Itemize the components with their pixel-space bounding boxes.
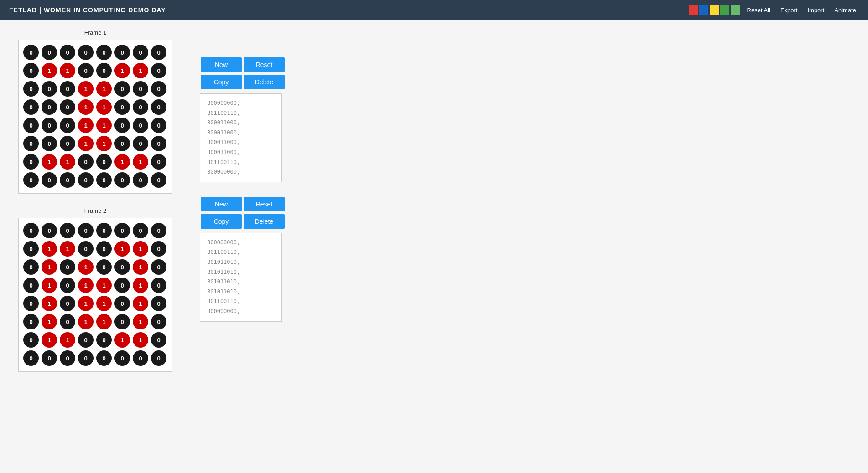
dot-r3-c7-f1[interactable]: 0 [151,99,166,115]
dot-r7-c0-f2[interactable]: 0 [23,350,39,366]
dot-r2-c2-f1[interactable]: 0 [60,81,75,97]
dot-r4-c2-f1[interactable]: 0 [60,118,75,133]
dot-r6-c5-f2[interactable]: 1 [114,332,130,348]
animate-button[interactable]: Animate [832,6,859,15]
dot-r1-c7-f1[interactable]: 0 [151,63,166,78]
dot-r7-c3-f2[interactable]: 0 [78,350,94,366]
dot-r3-c0-f2[interactable]: 0 [23,278,39,293]
dot-r2-c4-f2[interactable]: 0 [96,259,112,275]
new-button-f1[interactable]: New [201,57,242,72]
dot-r0-c0-f1[interactable]: 0 [23,45,39,60]
dot-r4-c1-f2[interactable]: 1 [42,296,57,311]
dot-r0-c4-f1[interactable]: 0 [96,45,112,60]
delete-button-f1[interactable]: Delete [244,75,285,89]
dot-r6-c2-f1[interactable]: 1 [60,154,75,170]
dot-r7-c7-f2[interactable]: 0 [151,350,166,366]
dot-r2-c7-f2[interactable]: 0 [151,259,166,275]
dot-r6-c3-f2[interactable]: 0 [78,332,94,348]
dot-r7-c2-f1[interactable]: 0 [60,172,75,188]
dot-r0-c7-f1[interactable]: 0 [151,45,166,60]
dot-r4-c5-f1[interactable]: 0 [114,118,130,133]
dot-r7-c0-f1[interactable]: 0 [23,172,39,188]
dot-r2-c2-f2[interactable]: 0 [60,259,75,275]
dot-r4-c7-f1[interactable]: 0 [151,118,166,133]
dot-r3-c1-f2[interactable]: 1 [42,278,57,293]
dot-r2-c3-f2[interactable]: 1 [78,259,94,275]
dot-r0-c0-f2[interactable]: 0 [23,223,39,238]
dot-r4-c3-f1[interactable]: 1 [78,118,94,133]
reset-button-f1[interactable]: Reset [244,57,285,72]
dot-r6-c1-f1[interactable]: 1 [42,154,57,170]
dot-r3-c5-f2[interactable]: 0 [114,278,130,293]
dot-r1-c1-f1[interactable]: 1 [42,63,57,78]
dot-r7-c6-f1[interactable]: 0 [133,172,148,188]
dot-r1-c5-f1[interactable]: 1 [114,63,130,78]
dot-r4-c3-f2[interactable]: 1 [78,296,94,311]
dot-r3-c6-f1[interactable]: 0 [133,99,148,115]
copy-button-f2[interactable]: Copy [201,214,242,229]
color-indicator-3[interactable] [720,5,729,15]
new-button-f2[interactable]: New [201,197,242,211]
dot-r2-c6-f1[interactable]: 0 [133,81,148,97]
dot-r3-c6-f2[interactable]: 1 [133,278,148,293]
dot-r2-c4-f1[interactable]: 1 [96,81,112,97]
dot-r3-c2-f1[interactable]: 0 [60,99,75,115]
dot-r1-c7-f2[interactable]: 0 [151,241,166,257]
dot-r0-c1-f1[interactable]: 0 [42,45,57,60]
dot-r6-c2-f2[interactable]: 1 [60,332,75,348]
dot-r7-c3-f1[interactable]: 0 [78,172,94,188]
dot-r3-c3-f2[interactable]: 1 [78,278,94,293]
export-button[interactable]: Export [778,6,800,15]
color-indicator-2[interactable] [710,5,719,15]
dot-r3-c4-f2[interactable]: 1 [96,278,112,293]
dot-r1-c3-f2[interactable]: 0 [78,241,94,257]
dot-r3-c4-f1[interactable]: 1 [96,99,112,115]
dot-r1-c6-f2[interactable]: 1 [133,241,148,257]
dot-r6-c6-f2[interactable]: 1 [133,332,148,348]
dot-r6-c4-f2[interactable]: 0 [96,332,112,348]
dot-r0-c3-f1[interactable]: 0 [78,45,94,60]
dot-r6-c6-f1[interactable]: 1 [133,154,148,170]
dot-r0-c6-f2[interactable]: 0 [133,223,148,238]
dot-r7-c5-f1[interactable]: 0 [114,172,130,188]
color-indicator-0[interactable] [689,5,698,15]
dot-r5-c3-f1[interactable]: 1 [78,136,94,151]
dot-r7-c4-f2[interactable]: 0 [96,350,112,366]
dot-r6-c7-f1[interactable]: 0 [151,154,166,170]
dot-r1-c4-f2[interactable]: 0 [96,241,112,257]
dot-r6-c7-f2[interactable]: 0 [151,332,166,348]
dot-r2-c6-f2[interactable]: 1 [133,259,148,275]
dot-r2-c5-f2[interactable]: 0 [114,259,130,275]
color-indicator-4[interactable] [731,5,740,15]
dot-r3-c2-f2[interactable]: 0 [60,278,75,293]
color-indicator-1[interactable] [699,5,708,15]
dot-r4-c5-f2[interactable]: 0 [114,296,130,311]
dot-r2-c0-f2[interactable]: 0 [23,259,39,275]
dot-r4-c0-f1[interactable]: 0 [23,118,39,133]
dot-r0-c5-f2[interactable]: 0 [114,223,130,238]
dot-r4-c0-f2[interactable]: 0 [23,296,39,311]
dot-r0-c1-f2[interactable]: 0 [42,223,57,238]
dot-r5-c7-f1[interactable]: 0 [151,136,166,151]
dot-r1-c6-f1[interactable]: 1 [133,63,148,78]
dot-r3-c7-f2[interactable]: 0 [151,278,166,293]
dot-r0-c2-f1[interactable]: 0 [60,45,75,60]
dot-r1-c5-f2[interactable]: 1 [114,241,130,257]
dot-r5-c3-f2[interactable]: 1 [78,314,94,329]
import-button[interactable]: Import [805,6,827,15]
dot-r2-c0-f1[interactable]: 0 [23,81,39,97]
dot-r5-c5-f2[interactable]: 0 [114,314,130,329]
dot-r3-c1-f1[interactable]: 0 [42,99,57,115]
dot-r0-c6-f1[interactable]: 0 [133,45,148,60]
dot-r4-c6-f2[interactable]: 1 [133,296,148,311]
dot-r5-c4-f1[interactable]: 1 [96,136,112,151]
dot-r5-c6-f1[interactable]: 0 [133,136,148,151]
dot-r7-c7-f1[interactable]: 0 [151,172,166,188]
dot-r5-c0-f2[interactable]: 0 [23,314,39,329]
dot-r1-c1-f2[interactable]: 1 [42,241,57,257]
dot-r4-c4-f2[interactable]: 1 [96,296,112,311]
dot-r1-c2-f1[interactable]: 1 [60,63,75,78]
dot-r7-c4-f1[interactable]: 0 [96,172,112,188]
dot-r2-c5-f1[interactable]: 0 [114,81,130,97]
dot-r7-c1-f1[interactable]: 0 [42,172,57,188]
